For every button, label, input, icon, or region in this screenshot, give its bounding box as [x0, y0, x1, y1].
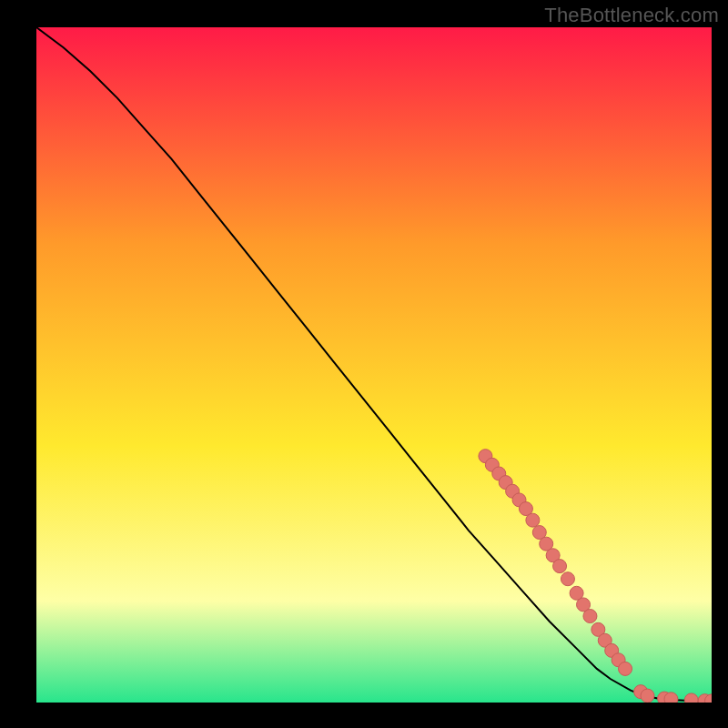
- data-dot: [619, 662, 632, 675]
- data-dot: [684, 693, 698, 703]
- chart-frame: TheBottleneck.com: [0, 0, 728, 728]
- data-dot: [553, 560, 567, 573]
- data-dot: [526, 513, 540, 527]
- data-dot: [561, 572, 574, 586]
- data-dot: [664, 693, 678, 703]
- watermark-text: TheBottleneck.com: [544, 4, 719, 27]
- chart-svg: [36, 27, 712, 703]
- data-dot: [583, 610, 597, 623]
- data-dot: [641, 689, 654, 703]
- gradient-background: [36, 27, 712, 703]
- plot-area: [36, 27, 712, 703]
